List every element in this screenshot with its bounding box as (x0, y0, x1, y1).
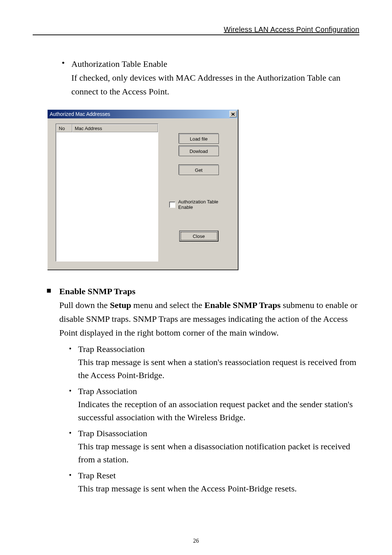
auth-table-enable-label: Authorization Table Enable (178, 199, 218, 210)
dialog-title: Authorized Mac Addresses (50, 111, 229, 117)
load-file-button[interactable]: Load file (179, 134, 219, 144)
trap-body: This trap message is sent when the Acces… (78, 484, 297, 493)
column-header-no[interactable]: No (56, 124, 72, 132)
bullet-icon: • (69, 469, 72, 481)
bullet-icon: • (69, 343, 72, 355)
trap-body: This trap message is sent when a disasso… (78, 442, 350, 464)
trap-title: Trap Reset (78, 471, 116, 480)
trap-title: Trap Association (78, 386, 137, 396)
auth-bullet-body: If checked, only devices with MAC Addres… (71, 71, 359, 98)
auth-table-bullet: • Authorization Table Enable If checked,… (62, 57, 359, 98)
close-button[interactable]: Close (180, 231, 218, 241)
trap-body: This trap message is sent when a station… (78, 357, 356, 380)
dialog-screenshot: Authorized Mac Addresses No Mac Address … (47, 109, 359, 270)
list-item: • Trap Reassociation This trap message i… (69, 343, 359, 382)
list-item: • Trap Association Indicates the recepti… (69, 385, 359, 424)
snmp-section-title: Enable SNMP Traps (59, 284, 359, 298)
trap-list: • Trap Reassociation This trap message i… (69, 343, 359, 495)
page-number: 26 (0, 538, 392, 544)
bullet-icon: • (69, 385, 72, 397)
authorized-mac-dialog: Authorized Mac Addresses No Mac Address … (47, 109, 238, 270)
auth-bullet-title: Authorization Table Enable (71, 57, 359, 71)
snmp-section-body: Pull down the Setup menu and select the … (59, 298, 359, 340)
bullet-icon: • (69, 427, 72, 439)
page-header: Wireless LAN Access Point Configuration (33, 25, 359, 35)
header-title: Wireless LAN Access Point Configuration (224, 25, 359, 33)
trap-title: Trap Disassociation (78, 429, 147, 438)
auth-table-enable-checkbox[interactable] (169, 202, 175, 208)
get-button[interactable]: Get (179, 165, 219, 175)
column-header-mac[interactable]: Mac Address (72, 124, 158, 132)
close-icon[interactable] (229, 111, 237, 117)
list-item: • Trap Disassociation This trap message … (69, 427, 359, 466)
square-bullet-icon: ■ (46, 284, 51, 297)
trap-body: Indicates the reception of an associatio… (78, 400, 353, 422)
trap-title: Trap Reassociation (78, 344, 145, 354)
bullet-icon: • (62, 57, 65, 69)
list-item: • Trap Reset This trap message is sent w… (69, 469, 359, 495)
snmp-section: ■ Enable SNMP Traps Pull down the Setup … (46, 284, 359, 340)
dialog-titlebar: Authorized Mac Addresses (48, 110, 238, 118)
download-button[interactable]: Dowload (179, 146, 219, 156)
mac-address-listview[interactable]: No Mac Address (56, 123, 158, 262)
